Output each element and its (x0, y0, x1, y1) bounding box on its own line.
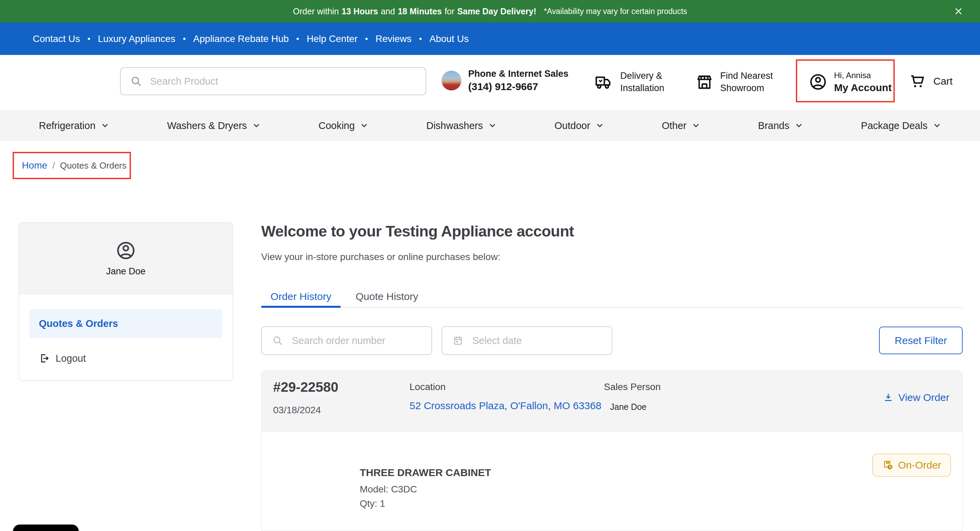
category-refrigeration[interactable]: Refrigeration (39, 120, 109, 131)
utility-nav: Contact Us Luxury Appliances Appliance R… (0, 22, 980, 55)
promo-banner: Order within 13 Hours and 18 Minutes for… (0, 0, 980, 22)
chevron-down-icon (360, 121, 368, 130)
order-card-header: #29-22580 03/18/2024 Location 52 Crossro… (261, 371, 962, 432)
view-order-label: View Order (898, 392, 949, 403)
date-filter[interactable] (442, 326, 612, 355)
nav-link-reviews[interactable]: Reviews (375, 33, 412, 45)
bottom-left-overlay[interactable] (13, 525, 79, 531)
status-badge: On-Order (872, 453, 951, 477)
sidebar-item-logout[interactable]: Logout (29, 348, 222, 368)
tab-label: Quote History (356, 291, 418, 302)
phone-sales[interactable]: Phone & Internet Sales (314) 912-9667 (442, 68, 568, 93)
category-other[interactable]: Other (662, 120, 700, 131)
category-cooking[interactable]: Cooking (318, 120, 368, 131)
category-washers-dryers[interactable]: Washers & Dryers (167, 120, 261, 131)
download-icon (883, 392, 893, 403)
search-input[interactable] (150, 75, 415, 88)
bullet-separator (88, 34, 91, 44)
truck-icon (593, 73, 613, 91)
close-icon[interactable] (952, 5, 965, 18)
chevron-down-icon (596, 121, 604, 130)
breadcrumb: Home / Quotes & Orders (13, 152, 131, 179)
chevron-down-icon (252, 121, 261, 130)
nav-link-help-center[interactable]: Help Center (307, 33, 357, 45)
chevron-down-icon (488, 121, 496, 130)
category-label: Cooking (318, 120, 355, 131)
location-link[interactable]: 52 Crossroads Plaza, O'Fallon, MO 63368 (409, 400, 601, 411)
breadcrumb-home-link[interactable]: Home (22, 160, 48, 171)
category-package-deals[interactable]: Package Deals (861, 120, 941, 131)
category-label: Refrigeration (39, 120, 95, 131)
cart-label: Cart (933, 74, 953, 88)
category-dishwashers[interactable]: Dishwashers (426, 120, 496, 131)
banner-text: Order within (293, 6, 339, 16)
chevron-down-icon (101, 121, 109, 130)
chevron-down-icon (795, 121, 803, 130)
tab-quote-history[interactable]: Quote History (340, 286, 433, 307)
category-outdoor[interactable]: Outdoor (554, 120, 604, 131)
category-label: Package Deals (861, 120, 928, 131)
bullet-separator (296, 34, 299, 44)
phone-number[interactable]: (314) 912-9667 (468, 80, 568, 93)
category-label: Dishwashers (426, 120, 483, 131)
sidebar-item-quotes-orders[interactable]: Quotes & Orders (29, 309, 222, 338)
search-icon (130, 75, 142, 87)
page-subtitle: View your in-store purchases or online p… (261, 252, 500, 262)
account-label: My Account (834, 81, 892, 94)
calendar-icon (452, 335, 463, 346)
banner-note: *Availability may vary for certain produ… (544, 7, 687, 16)
logout-icon (39, 353, 50, 364)
nav-link-appliance-rebate-hub[interactable]: Appliance Rebate Hub (193, 33, 289, 45)
category-nav: Refrigeration Washers & Dryers Cooking D… (0, 110, 980, 141)
order-card: #29-22580 03/18/2024 Location 52 Crossro… (261, 370, 963, 531)
salesperson-label: Sales Person (604, 381, 661, 392)
product-model: Model: C3DC (360, 484, 417, 495)
order-number-search[interactable] (261, 326, 432, 355)
site-header: Phone & Internet Sales (314) 912-9667 De… (0, 55, 980, 110)
bullet-separator (365, 34, 368, 44)
product-search[interactable] (120, 67, 426, 95)
category-brands[interactable]: Brands (758, 120, 803, 131)
showroom-label-line2: Showroom (720, 82, 773, 94)
cart-button[interactable]: Cart (908, 73, 953, 90)
showroom-label-line1: Find Nearest (720, 70, 773, 82)
breadcrumb-current: Quotes & Orders (60, 160, 127, 171)
nav-link-luxury-appliances[interactable]: Luxury Appliances (98, 33, 175, 45)
user-avatar-icon (116, 240, 136, 261)
product-name: THREE DRAWER CABINET (360, 467, 491, 478)
account-icon (809, 73, 827, 91)
nav-link-about-us[interactable]: About Us (429, 33, 469, 45)
account-greeting: Hi, Annisa (834, 70, 892, 81)
banner-for: for (445, 6, 455, 16)
sidebar-user-name: Jane Doe (106, 266, 146, 277)
my-account[interactable]: Hi, Annisa My Account (809, 70, 892, 94)
banner-minutes: 18 Minutes (398, 6, 442, 16)
banner-highlight: Same Day Delivery! (457, 6, 536, 16)
nav-link-contact-us[interactable]: Contact Us (33, 33, 80, 45)
delivery-label-line2: Installation (620, 82, 664, 94)
bullet-separator (183, 34, 186, 44)
view-order-link[interactable]: View Order (883, 392, 949, 403)
order-number: #29-22580 (273, 380, 338, 395)
page: Order within 13 Hours and 18 Minutes for… (0, 0, 980, 531)
sidebar-item-label: Quotes & Orders (39, 318, 118, 329)
category-label: Washers & Dryers (167, 120, 247, 131)
phone-sales-label: Phone & Internet Sales (468, 68, 568, 80)
reset-filter-button[interactable]: Reset Filter (879, 327, 963, 354)
find-showroom[interactable]: Find Nearest Showroom (695, 70, 773, 94)
order-date: 03/18/2024 (273, 405, 321, 416)
cart-icon (908, 73, 926, 90)
salesperson-name: Jane Doe (610, 402, 646, 412)
delivery-label-line1: Delivery & (620, 70, 664, 82)
chevron-down-icon (692, 121, 700, 130)
date-input[interactable] (472, 335, 601, 347)
order-number-input[interactable] (291, 335, 421, 347)
tab-order-history[interactable]: Order History (261, 286, 340, 307)
status-label: On-Order (898, 459, 942, 471)
account-sidebar: Jane Doe Quotes & Orders Logout (19, 222, 233, 381)
chevron-down-icon (933, 121, 941, 130)
delivery-installation[interactable]: Delivery & Installation (593, 70, 664, 94)
banner-and: and (381, 6, 395, 16)
package-clock-icon (882, 459, 894, 471)
sidebar-user-panel: Jane Doe (19, 223, 232, 295)
